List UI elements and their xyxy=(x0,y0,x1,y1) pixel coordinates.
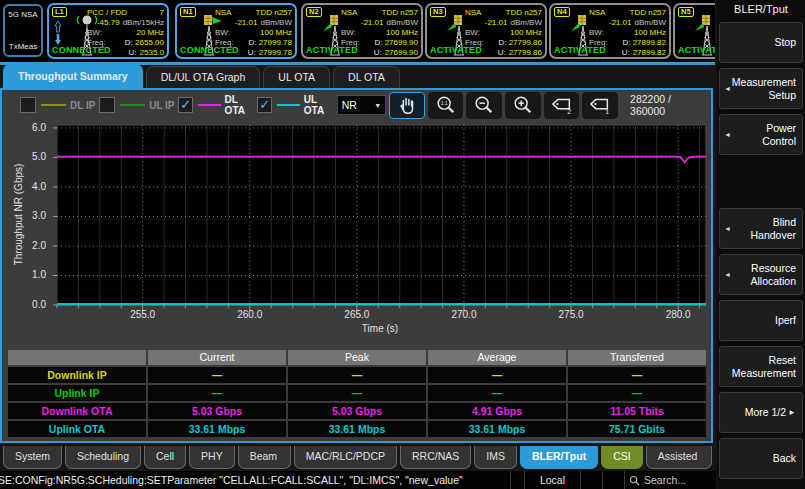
submenu-arrow-icon: ◄ xyxy=(724,84,731,92)
zoom-reset-icon: 1:1 xyxy=(434,94,458,116)
zoom-out-button[interactable] xyxy=(466,92,502,119)
reset-measurement-button[interactable]: Reset Measurement xyxy=(719,346,803,387)
bottom-tab-phy[interactable]: PHY xyxy=(189,446,235,469)
cell-bw: 100 MHz xyxy=(386,28,418,37)
chart-canvas[interactable] xyxy=(50,120,710,320)
legend-ul-ota[interactable]: ✓ UL OTA xyxy=(257,94,336,116)
pan-hand-icon xyxy=(395,94,419,116)
cell-power: -21.01 xyxy=(235,18,258,27)
resource-allocation-button[interactable]: ◄Resource Allocation xyxy=(719,254,803,295)
ul-ip-checkbox[interactable] xyxy=(99,97,115,113)
row-label-uplink-ota: Uplink OTA xyxy=(8,421,146,437)
zoom-in-icon xyxy=(511,94,535,116)
zoom-in-button[interactable] xyxy=(505,92,541,119)
button-label: More 1/2 xyxy=(745,406,786,419)
submenu-arrow-icon: ◄ xyxy=(724,130,731,138)
bottom-tab-rrc-nas[interactable]: RRC/NAS xyxy=(400,446,471,469)
ul-label: U: xyxy=(498,48,506,57)
bottom-tab-cell[interactable]: Cell xyxy=(144,446,186,469)
iperf-button[interactable]: Iperf xyxy=(719,300,803,341)
bw-label: BW: xyxy=(87,28,102,37)
search-input[interactable]: Search... xyxy=(624,471,716,489)
stop-button[interactable]: Stop xyxy=(719,22,803,63)
cell-band: TDD n257 xyxy=(256,8,292,17)
cell-panel-n2[interactable]: N2 NSATDD n257 -21.01dBm/BW BW:100 MHz F… xyxy=(301,3,423,59)
power-control-button[interactable]: ◄Power Control xyxy=(719,114,803,155)
throughput-chart[interactable]: Throughput NR (Gbps) 0.01.02.03.04.05.06… xyxy=(2,117,711,350)
bottom-tab-mac-rlc-pdcp[interactable]: MAC/RLC/PDCP xyxy=(294,446,397,469)
cell-panel-n1[interactable]: N1 NSATDD n257 -21.01dBm/BW BW:100 MHz F… xyxy=(175,3,297,59)
legend-ul-ip[interactable]: UL IP xyxy=(99,97,178,113)
rat-selector-dropdown[interactable]: NR ▼ xyxy=(337,95,387,115)
back-button[interactable]: Back xyxy=(719,438,803,479)
cell-ul-freq: 27699.90 xyxy=(385,48,418,57)
button-label: Reset Measurement xyxy=(732,354,796,379)
bottom-tab-beam-mgmt[interactable]: Beam Mgmt xyxy=(238,446,291,469)
table-cell: — xyxy=(288,385,426,401)
dl-ota-line-swatch xyxy=(198,104,221,106)
tab-ul-ota[interactable]: UL OTA xyxy=(263,66,330,88)
table-cell: 33.61 Mbps xyxy=(148,421,286,437)
bottom-tab-scheduling[interactable]: Scheduling xyxy=(65,446,141,469)
cell-panel-n5[interactable]: N5 ACTIVATED xyxy=(673,3,715,59)
pan-button[interactable] xyxy=(389,92,425,119)
row-label-downlink-ip: Downlink IP xyxy=(8,367,146,383)
sample-counter: 282200 / 360000 xyxy=(630,93,708,117)
cell-band: 7 xyxy=(160,8,164,17)
ul-ota-checkbox[interactable]: ✓ xyxy=(257,97,272,113)
cell-ul-freq: 27899.82 xyxy=(633,48,666,57)
cell-dl-freq: 2655.00 xyxy=(135,38,164,47)
svg-text:1:1: 1:1 xyxy=(440,100,447,106)
cell-band: TDD n257 xyxy=(506,8,542,17)
marker-1-button[interactable]: 1 xyxy=(582,92,618,119)
cell-bw: 100 MHz xyxy=(510,28,542,37)
system-status-box[interactable]: 5G NSA TxMeas xyxy=(3,4,43,57)
cell-dl-freq: 27899.82 xyxy=(633,38,666,47)
local-mode-button[interactable]: Local xyxy=(524,471,580,489)
config-tab-bar: System Scheduling Cell PHY Beam Mgmt MAC… xyxy=(0,446,715,471)
table-cell: 33.61 Mbps xyxy=(288,421,426,437)
tab-dl-ul-ota-graph[interactable]: DL/UL OTA Graph xyxy=(146,66,261,88)
button-label: Iperf xyxy=(775,314,796,327)
bottom-tab-bler-tput[interactable]: BLER/Tput xyxy=(520,446,598,469)
throughput-summary-panel: DL IP UL IP ✓ DL OTA ✓ UL OTA NR ▼ xyxy=(0,88,713,443)
cell-state: CONNECTED xyxy=(180,45,239,55)
table-cell: 11.05 Tbits xyxy=(568,403,706,419)
ul-ota-line-swatch xyxy=(277,104,300,106)
cell-panel-n3[interactable]: N3 NSATDD n257 -21.01dBm/BW BW:100 MHz F… xyxy=(425,3,547,59)
cell-ul-freq: 2535.0 xyxy=(140,48,164,57)
row-label-downlink-ota: Downlink OTA xyxy=(8,403,146,419)
dl-ota-checkbox[interactable]: ✓ xyxy=(178,97,193,113)
x-axis-label: Time (s) xyxy=(50,323,710,334)
bottom-tab-ims[interactable]: IMS xyxy=(474,446,517,469)
ul-ip-line-swatch xyxy=(120,104,145,106)
cell-panel-n4[interactable]: N4 NSATDD n257 -21.01dBm/BW BW:100 MHz F… xyxy=(549,3,671,59)
cell-power-unit: dBm/BW xyxy=(386,18,418,27)
legend-dl-ota[interactable]: ✓ DL OTA xyxy=(178,94,257,116)
bottom-tab-system[interactable]: System xyxy=(3,446,62,469)
legend-dl-ip[interactable]: DL IP xyxy=(20,97,99,113)
cell-band: TDD n257 xyxy=(630,8,666,17)
tab-dl-ota[interactable]: DL OTA xyxy=(333,66,400,88)
legend-label: UL IP xyxy=(149,100,174,111)
more-pages-button[interactable]: More 1/2► xyxy=(719,392,803,433)
cell-tech: PCC / FDD xyxy=(87,8,127,17)
bottom-tab-assisted-tx-meas[interactable]: Assisted Tx Meas xyxy=(646,446,712,469)
table-cell: 33.61 Mbps xyxy=(428,421,566,437)
bw-label: BW: xyxy=(215,28,230,37)
marker-2-button[interactable]: 2 xyxy=(544,92,580,119)
dl-ip-checkbox[interactable] xyxy=(20,97,36,113)
bottom-tab-csi[interactable]: CSI xyxy=(601,446,643,469)
cell-panel-l1[interactable]: L1 PCC / FDD7 -45.79dBm/15kHz BW:20 MHz xyxy=(47,3,169,59)
zoom-reset-button[interactable]: 1:1 xyxy=(428,92,464,119)
more-arrow-icon: ► xyxy=(788,408,796,418)
tab-throughput-summary[interactable]: Throughput Summary xyxy=(3,64,143,88)
ul-dl-arrows-icon xyxy=(53,20,63,46)
cell-tech: NSA xyxy=(341,8,357,17)
bw-label: BW: xyxy=(341,28,356,37)
dl-label: D: xyxy=(248,38,256,47)
cell-state: CONNECTED xyxy=(52,45,111,55)
ul-label: U: xyxy=(622,48,630,57)
blind-handover-button[interactable]: ◄Blind Handover xyxy=(719,208,803,249)
measurement-setup-button[interactable]: ◄Measurement Setup xyxy=(719,68,803,109)
